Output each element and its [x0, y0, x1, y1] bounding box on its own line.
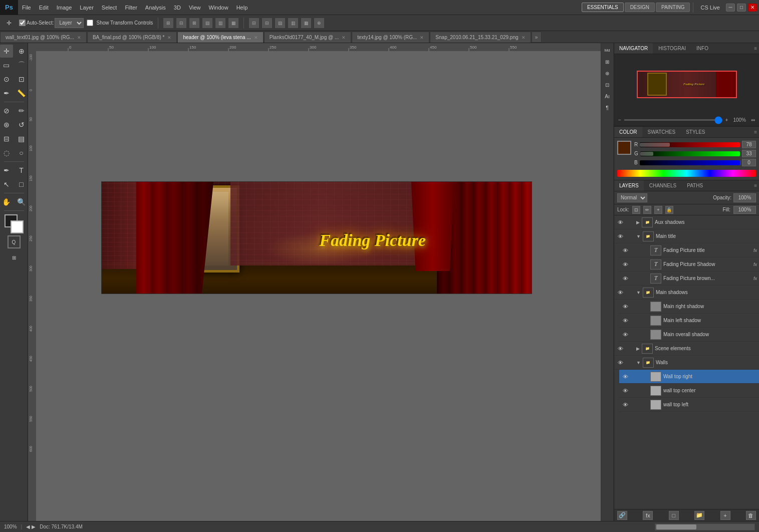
layer-fading-title[interactable]: 👁 T Fading Picture title fx	[619, 243, 759, 257]
menu-3d[interactable]: 3D	[170, 0, 185, 15]
eye-walls[interactable]: 👁	[616, 359, 624, 367]
screen-mode-btn[interactable]: ⊞	[8, 251, 21, 264]
mode-design[interactable]: DESIGN	[625, 3, 655, 12]
eye-wall-top-right[interactable]: 👁	[621, 373, 629, 381]
layer-walls[interactable]: 👁 ▼ 📁 Walls	[614, 356, 759, 370]
vt-btn1[interactable]: Md	[602, 45, 612, 55]
color-panel-menu[interactable]: ≡	[754, 127, 759, 137]
layers-tab[interactable]: LAYERS	[614, 180, 644, 191]
layers-panel-menu[interactable]: ≡	[754, 180, 759, 191]
tab-1[interactable]: BA_final.psd @ 100% (RGB/8) * ✕	[87, 32, 177, 43]
mode-essentials[interactable]: ESSENTIALS	[582, 3, 624, 12]
channels-tab[interactable]: CHANNELS	[644, 180, 682, 191]
layer-select[interactable]: Layer Group	[55, 18, 84, 28]
arrow-main-title[interactable]: ▼	[636, 234, 641, 239]
eye-aux[interactable]: 👁	[616, 218, 624, 226]
align-left-btn[interactable]: ⊞	[163, 18, 173, 28]
scrollbar-thumb-h[interactable]	[656, 524, 696, 529]
align-top-btn[interactable]: ▤	[202, 18, 212, 28]
new-group-btn[interactable]: 📁	[694, 511, 704, 520]
brush-tool[interactable]: ✏	[15, 104, 28, 117]
align-center-btn[interactable]: ⊟	[176, 18, 186, 28]
clone-tool[interactable]: ⊛	[0, 118, 13, 131]
arrow-aux[interactable]: ▶	[636, 220, 640, 225]
ruler-tool[interactable]: 📏	[15, 87, 28, 100]
tab-more[interactable]: »	[532, 32, 542, 43]
healing-tool[interactable]: ⊘	[0, 104, 13, 117]
dist-extra-btn[interactable]: ⊕	[314, 18, 324, 28]
close-button[interactable]: ✕	[748, 4, 757, 12]
add-mask-btn[interactable]: □	[669, 511, 679, 520]
vt-btn5[interactable]: Aı	[602, 91, 612, 101]
tab-close-1[interactable]: ✕	[167, 35, 171, 40]
eye-wall-top-center[interactable]: 👁	[621, 387, 629, 395]
link-layers-btn[interactable]: 🔗	[617, 511, 627, 520]
zoom-in-btn[interactable]: +	[725, 117, 728, 123]
type-tool[interactable]: T	[15, 164, 28, 177]
eye-right-shadow[interactable]: 👁	[621, 303, 629, 311]
tab-close-4[interactable]: ✕	[420, 35, 424, 40]
menu-help[interactable]: Help	[232, 0, 252, 15]
eye-overall-shadow[interactable]: 👁	[621, 331, 629, 339]
eye-left-shadow[interactable]: 👁	[621, 317, 629, 325]
menu-image[interactable]: Image	[53, 0, 76, 15]
styles-tab[interactable]: STYLES	[681, 127, 710, 137]
align-right-btn[interactable]: ⊠	[189, 18, 199, 28]
tab-5[interactable]: Snap_2010.06.21_15.33.21_029.png ✕	[430, 32, 531, 43]
tab-2[interactable]: header @ 100% (leva stena ... ✕	[177, 32, 263, 43]
dist-middle-btn[interactable]: ▥	[288, 18, 298, 28]
lock-image[interactable]: ✏	[643, 206, 651, 214]
color-tab[interactable]: COLOR	[614, 127, 643, 137]
menu-view[interactable]: View	[185, 0, 205, 15]
lock-all[interactable]: 🔒	[665, 206, 673, 214]
spectrum-bar[interactable]	[617, 170, 756, 177]
align-middle-btn[interactable]: ▥	[215, 18, 225, 28]
tab-close-2[interactable]: ✕	[254, 35, 258, 40]
red-value[interactable]: 78	[742, 141, 756, 148]
histogram-tab[interactable]: HISTOGRAI	[653, 43, 691, 54]
tab-close-0[interactable]: ✕	[77, 35, 81, 40]
menu-analysis[interactable]: Analysis	[141, 0, 170, 15]
blur-tool[interactable]: ◌	[0, 146, 13, 159]
hand-tool[interactable]: ✋	[0, 195, 13, 208]
dist-h-btn[interactable]: ⊟	[249, 18, 259, 28]
marquee-tool[interactable]: ▭	[0, 59, 13, 72]
tab-close-3[interactable]: ✕	[342, 35, 346, 40]
blend-mode-select[interactable]: Normal Multiply Screen	[617, 193, 647, 202]
paths-tab[interactable]: PATHS	[682, 180, 708, 191]
vt-btn4[interactable]: ⊡	[602, 80, 612, 90]
tab-4[interactable]: texty14.jpg @ 100% (RG... ✕	[352, 32, 429, 43]
eraser-tool[interactable]: ⊟	[0, 132, 13, 145]
vt-btn3[interactable]: ⊛	[602, 68, 612, 78]
tab-0[interactable]: wall_text01.jpg @ 100% (RG... ✕	[0, 32, 87, 43]
shape-tool[interactable]: □	[15, 178, 28, 191]
blue-value[interactable]: 0	[742, 159, 756, 166]
arrow-walls[interactable]: ▼	[636, 360, 641, 365]
zoom-out-btn[interactable]: −	[618, 117, 621, 123]
quick-select-tool[interactable]: ⊙	[0, 73, 13, 86]
green-value[interactable]: 33	[742, 150, 756, 157]
menu-window[interactable]: Window	[205, 0, 232, 15]
prev-doc[interactable]: ◀	[26, 524, 30, 529]
layer-main-shadows[interactable]: 👁 ▼ 📁 Main shadows	[614, 286, 759, 300]
tab-close-5[interactable]: ✕	[522, 35, 526, 40]
eye-main-title[interactable]: 👁	[616, 232, 624, 240]
layer-aux-shadows[interactable]: 👁 ▶ 📁 Aux shadows	[614, 215, 759, 229]
layer-wall-top-center[interactable]: 👁 wall top center	[619, 384, 759, 398]
path-select-tool[interactable]: ↖	[0, 178, 13, 191]
cs-live[interactable]: CS Live	[696, 5, 724, 11]
background-color[interactable]	[11, 220, 24, 233]
eyedropper-tool[interactable]: ✒	[0, 87, 13, 100]
eye-fading-shadow[interactable]: 👁	[621, 260, 629, 269]
fill-input[interactable]	[733, 206, 756, 214]
layer-fading-shadow[interactable]: 👁 T Fading Picture Shadow fx	[619, 257, 759, 272]
add-style-btn[interactable]: fx	[643, 511, 653, 520]
dist-v-btn[interactable]: ⊟	[262, 18, 272, 28]
eye-wall-top-left[interactable]: 👁	[621, 401, 629, 409]
menu-select[interactable]: Select	[98, 0, 121, 15]
layer-fading-brown[interactable]: 👁 T Fading Picture brown... fx	[619, 272, 759, 286]
layer-overall-shadow[interactable]: 👁 Main overall shadow	[619, 328, 759, 342]
scrollbar-h[interactable]	[655, 523, 755, 530]
gradient-tool[interactable]: ▤	[15, 132, 28, 145]
delete-layer-btn[interactable]: 🗑	[746, 511, 756, 520]
